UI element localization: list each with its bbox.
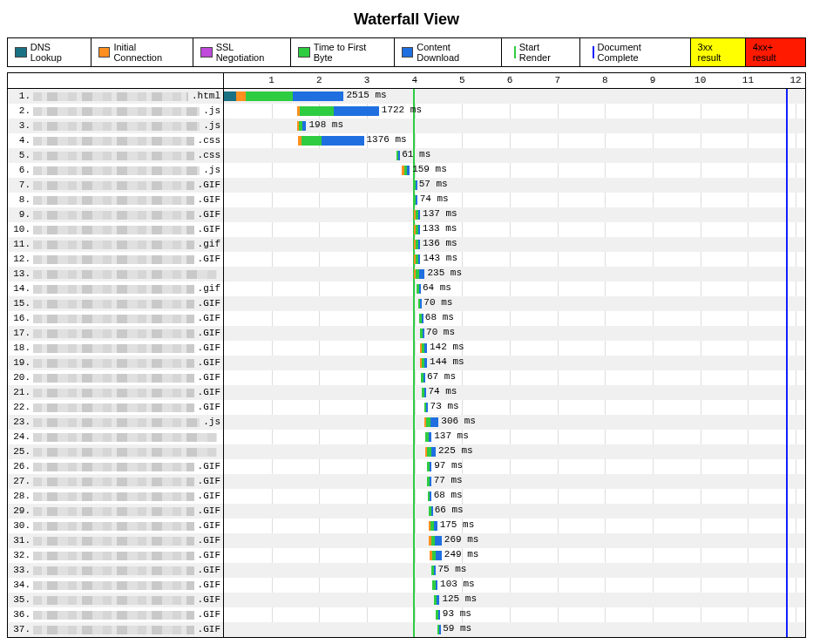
resource-extension: .GIF [198, 341, 220, 356]
request-bar[interactable]: 249 ms [224, 548, 805, 563]
request-bar[interactable]: 142 ms [224, 341, 805, 356]
request-bar[interactable]: 73 ms [224, 400, 805, 415]
request-row-label[interactable]: 37..GIF [8, 622, 223, 637]
request-bar[interactable]: 1376 ms [224, 133, 805, 148]
request-bar[interactable]: 70 ms [224, 296, 805, 311]
request-row-label[interactable]: 17..GIF [8, 326, 223, 341]
conn-swatch [98, 47, 111, 58]
request-row-label[interactable]: 14..gif [8, 281, 223, 296]
request-bar[interactable]: 137 ms [224, 430, 805, 444]
request-bar[interactable]: 67 ms [224, 370, 805, 385]
request-row-label[interactable]: 21..GIF [8, 385, 223, 400]
request-bar[interactable]: 125 ms [224, 593, 805, 607]
request-row-label[interactable]: 6..js [8, 163, 223, 178]
request-bar[interactable]: 74 ms [224, 193, 805, 207]
dl-segment [429, 432, 431, 442]
request-row-label[interactable]: 8..GIF [8, 193, 223, 207]
request-bar[interactable]: 68 ms [224, 311, 805, 326]
request-row-label[interactable]: 11..gif [8, 237, 223, 252]
request-row-label[interactable]: 30..GIF [8, 519, 223, 533]
request-row-label[interactable]: 32..GIF [8, 548, 223, 563]
legend-4xx: 4xx+ result [746, 38, 805, 66]
request-row-label[interactable]: 1..html [8, 89, 223, 104]
request-bar[interactable]: 144 ms [224, 356, 805, 370]
request-bar[interactable]: 225 ms [224, 444, 805, 459]
request-bar[interactable]: 137 ms [224, 207, 805, 222]
request-bar[interactable]: 97 ms [224, 459, 805, 474]
request-row-label[interactable]: 35..GIF [8, 593, 223, 607]
request-bar[interactable]: 59 ms [224, 622, 805, 637]
request-row-label[interactable]: 5..css [8, 148, 223, 163]
request-bar[interactable]: 175 ms [224, 519, 805, 533]
request-bar[interactable]: 57 ms [224, 178, 805, 193]
request-row-label[interactable]: 25. [8, 444, 223, 459]
request-bar[interactable]: 159 ms [224, 163, 805, 178]
request-row-label[interactable]: 16..GIF [8, 311, 223, 326]
row-number: 31. [11, 533, 30, 548]
dl-segment [434, 521, 437, 531]
resource-name-blurred [33, 507, 194, 516]
request-bar[interactable]: 269 ms [224, 533, 805, 548]
request-row-label[interactable]: 24. [8, 430, 223, 444]
dl-segment [424, 358, 427, 368]
request-bar[interactable]: 68 ms [224, 489, 805, 504]
dl-segment [435, 536, 442, 546]
dl-segment [423, 329, 424, 338]
request-row-label[interactable]: 15..GIF [8, 296, 223, 311]
request-bar[interactable]: 103 ms [224, 578, 805, 593]
row-number: 34. [11, 578, 30, 593]
request-row-label[interactable]: 3..js [8, 119, 223, 133]
resource-name-blurred [33, 403, 194, 412]
request-row-label[interactable]: 7..GIF [8, 178, 223, 193]
request-row-label[interactable]: 27..GIF [8, 474, 223, 489]
dl-segment [334, 106, 379, 116]
request-row-label[interactable]: 18..GIF [8, 341, 223, 356]
request-bar[interactable]: 306 ms [224, 415, 805, 430]
request-bar[interactable]: 2515 ms [224, 89, 805, 104]
request-row-label[interactable]: 10..GIF [8, 222, 223, 237]
dl-segment [418, 254, 421, 264]
dl-segment [431, 506, 433, 516]
request-bar[interactable]: 61 ms [224, 148, 805, 163]
request-row-label[interactable]: 2..js [8, 104, 223, 119]
request-bar[interactable]: 133 ms [224, 222, 805, 237]
request-row-label[interactable]: 4..css [8, 133, 223, 148]
request-bar[interactable]: 235 ms [224, 267, 805, 281]
resource-extension: .GIF [198, 533, 220, 548]
request-bar[interactable]: 75 ms [224, 563, 805, 578]
request-row-label[interactable]: 13. [8, 267, 223, 281]
resource-name-blurred [33, 433, 217, 442]
request-bar[interactable]: 64 ms [224, 281, 805, 296]
request-row-label[interactable]: 36..GIF [8, 607, 223, 622]
x-axis: 123456789101112 [224, 73, 805, 89]
labels-header [8, 73, 223, 89]
resource-name-blurred [33, 596, 194, 605]
request-row-label[interactable]: 28..GIF [8, 489, 223, 504]
request-row-label[interactable]: 29..GIF [8, 504, 223, 519]
request-row-label[interactable]: 12..GIF [8, 252, 223, 267]
request-row-label[interactable]: 20..GIF [8, 370, 223, 385]
dl-segment [418, 210, 421, 220]
request-bar[interactable]: 74 ms [224, 385, 805, 400]
request-row-label[interactable]: 9..GIF [8, 207, 223, 222]
resource-extension: .GIF [198, 385, 220, 400]
request-bar[interactable]: 77 ms [224, 474, 805, 489]
request-bar[interactable]: 143 ms [224, 252, 805, 267]
ttfb-segment [246, 92, 294, 101]
resource-extension: .GIF [198, 563, 220, 578]
request-row-label[interactable]: 22..GIF [8, 400, 223, 415]
request-row-label[interactable]: 26..GIF [8, 459, 223, 474]
request-bar[interactable]: 136 ms [224, 237, 805, 252]
request-row-label[interactable]: 19..GIF [8, 356, 223, 370]
request-bar[interactable]: 1722 ms [224, 104, 805, 119]
request-row-label[interactable]: 34..GIF [8, 578, 223, 593]
request-bar[interactable]: 198 ms [224, 119, 805, 133]
resource-extension: .js [203, 415, 220, 430]
request-row-label[interactable]: 31..GIF [8, 533, 223, 548]
request-row-label[interactable]: 33..GIF [8, 563, 223, 578]
dl-segment [438, 610, 440, 620]
request-bar[interactable]: 93 ms [224, 607, 805, 622]
request-row-label[interactable]: 23..js [8, 415, 223, 430]
request-bar[interactable]: 70 ms [224, 326, 805, 341]
request-bar[interactable]: 66 ms [224, 504, 805, 519]
